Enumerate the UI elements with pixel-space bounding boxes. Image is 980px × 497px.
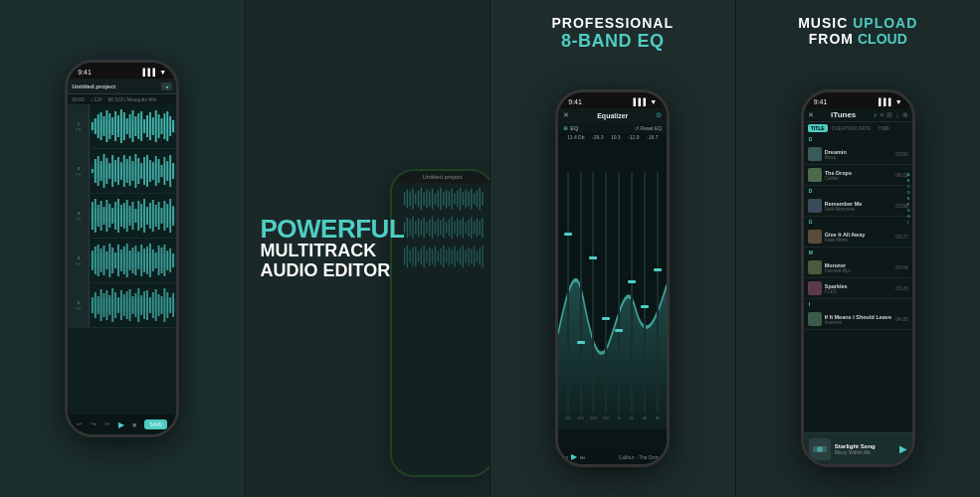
phone-screen-eq: 9:41 ▌▌▌ ▼ ✕ Equalizer ⊙ ⊕ EQ ↺ Reset EQ (558, 92, 667, 464)
tool-stop[interactable]: ■ (132, 421, 136, 428)
now-playing-play-btn[interactable]: ▶ (899, 443, 907, 454)
track-info-fps: 96,519 | Mosquito Mix (108, 96, 157, 102)
eq-reset-btn[interactable]: ↺ Reset EQ (635, 125, 663, 131)
track-label-3: 3 FX (68, 194, 90, 238)
eq-slider-1[interactable]: 63 (563, 145, 573, 447)
itunes-filter-icon[interactable]: ⊞ (886, 111, 892, 119)
svg-rect-158 (423, 192, 424, 205)
alpha-c[interactable]: C (907, 184, 910, 189)
song-row-dreamin[interactable]: Dreamin Nissa 03:50 (804, 144, 912, 165)
alpha-b[interactable]: B (907, 178, 910, 183)
svg-rect-147 (167, 292, 169, 318)
alpha-f[interactable]: F (907, 202, 910, 207)
svg-rect-227 (449, 248, 450, 266)
section-header-g: G (804, 217, 912, 227)
svg-rect-183 (409, 220, 410, 237)
song-row-itmeans[interactable]: If It Means I Should Leave Innertext 04:… (804, 309, 912, 330)
eq-reset-label: Reset EQ (641, 125, 663, 131)
eq-handle-4[interactable] (602, 317, 610, 320)
svg-rect-178 (479, 188, 480, 210)
eq-val-5: -18.7 (647, 134, 658, 140)
eq-handle-1[interactable] (564, 233, 572, 236)
alpha-a[interactable]: A (907, 172, 910, 177)
tool-play[interactable]: ▶ (118, 420, 124, 429)
eq-slider-7[interactable]: 4k (640, 145, 650, 447)
itunes-playlist-icon[interactable]: ≡ (880, 111, 883, 118)
topbar-action-btn[interactable]: ● (161, 83, 172, 90)
waveform-svg-5 (90, 283, 176, 327)
alpha-d[interactable]: D (907, 190, 910, 195)
tool-redo[interactable]: ↪ (91, 420, 97, 428)
promo-cloud-from: FROM (809, 31, 854, 47)
alpha-g[interactable]: G (907, 208, 910, 213)
svg-rect-103 (126, 244, 128, 277)
svg-rect-9 (114, 111, 116, 141)
svg-rect-121 (92, 297, 94, 313)
sidebar-alphabet: A B C D E F G H I (907, 172, 910, 225)
eq-slider-2[interactable]: 125 (576, 145, 586, 447)
itunes-tab-time[interactable]: TIME (875, 124, 892, 132)
eq-prev-btn[interactable]: ⏮ (563, 454, 568, 460)
svg-rect-191 (432, 217, 433, 239)
svg-rect-132 (123, 294, 125, 316)
eq-handle-5[interactable] (615, 329, 623, 332)
eq-handle-6[interactable] (628, 280, 636, 283)
svg-rect-97 (109, 244, 111, 277)
eq-handle-8[interactable] (654, 268, 662, 271)
itunes-tab-date[interactable]: CREATION DATE (829, 124, 875, 132)
itunes-action-icons: ♪ ≡ ⊞ ↓ ⊕ (874, 111, 908, 119)
svg-rect-29 (172, 120, 174, 132)
alpha-e[interactable]: E (907, 196, 910, 201)
svg-rect-115 (161, 248, 163, 273)
itunes-search-icon[interactable]: ⊕ (902, 111, 908, 119)
eq-slider-8[interactable]: 8k (653, 145, 663, 447)
eq-slider-4[interactable]: 500 (601, 145, 611, 447)
song-row-drops[interactable]: The Drops Caliber 06:02 (804, 165, 912, 186)
eq-preset-btn[interactable]: ⊙ (656, 111, 662, 119)
eq-slider-3[interactable]: 250 (588, 145, 598, 447)
svg-rect-122 (95, 292, 97, 318)
svg-rect-42 (123, 155, 125, 187)
promo-cloud-container: MUSIC UPLOAD FROM CLOUD (736, 15, 981, 47)
eq-next-btn[interactable]: ⏭ (580, 454, 585, 460)
svg-rect-34 (100, 161, 102, 181)
save-button[interactable]: SAVE (144, 419, 167, 429)
tool-cut[interactable]: ✂ (104, 420, 110, 428)
track-info-time: 00:00 (72, 96, 85, 102)
svg-rect-203 (465, 222, 466, 233)
eq-enable-btn[interactable]: ⊕ EQ (563, 124, 578, 131)
svg-rect-86 (164, 201, 166, 231)
song-row-remember[interactable]: Remember Me Dark Memories 03:58 (804, 196, 912, 217)
eq-track-6 (631, 172, 633, 414)
eq-slider-6[interactable]: 2k (627, 145, 637, 447)
eq-handle-3[interactable] (589, 256, 597, 259)
song-row-monster[interactable]: Monster Favored Mys 04:04 (804, 257, 912, 278)
itunes-tab-title[interactable]: TITLE (808, 124, 828, 132)
itunes-close[interactable]: ✕ (808, 111, 814, 119)
eq-handle-7[interactable] (641, 305, 649, 308)
eq-band-label-7: 4k (643, 415, 647, 420)
svg-rect-173 (465, 190, 466, 209)
song-row-sparkles[interactable]: Sparkles F.LES 03:26 (804, 278, 912, 299)
svg-rect-25 (161, 118, 163, 134)
svg-rect-198 (451, 217, 452, 239)
eq-play-btn[interactable]: ▶ (571, 452, 577, 461)
itunes-music-icon[interactable]: ♪ (874, 111, 878, 118)
svg-rect-39 (114, 160, 116, 182)
alpha-i[interactable]: I (907, 220, 910, 225)
eq-handle-2[interactable] (577, 341, 585, 344)
tool-undo[interactable]: ↩ (77, 420, 83, 428)
svg-rect-162 (435, 193, 436, 204)
bg-tracks-p2 (392, 183, 490, 272)
phone-notch (100, 63, 144, 71)
song-row-giveitaway[interactable]: Give It All Away Fade Metro 03:27 (804, 227, 912, 248)
track-label-2: 2 FX (68, 149, 90, 193)
itunes-download-icon[interactable]: ↓ (895, 111, 899, 118)
alpha-h[interactable]: H (907, 214, 910, 219)
song-artist-dreamin: Nissa (825, 155, 892, 160)
svg-rect-47 (138, 158, 140, 184)
song-duration-sparkles: 03:26 (895, 285, 908, 291)
eq-close-btn[interactable]: ✕ (563, 111, 569, 119)
eq-slider-5[interactable]: 1k (614, 145, 624, 447)
eq-track-name: Calibur - The Drops (619, 454, 663, 460)
